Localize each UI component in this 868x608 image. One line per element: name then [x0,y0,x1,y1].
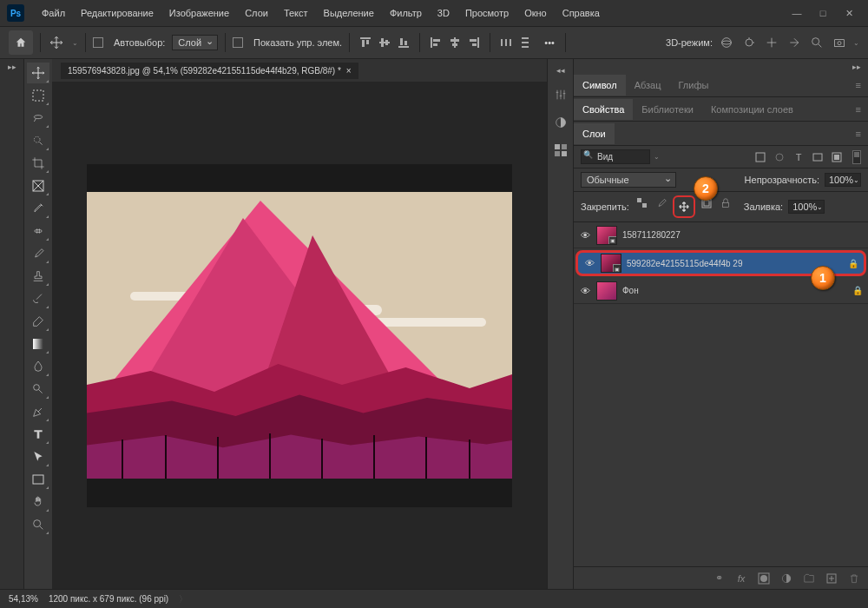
delete-layer-icon[interactable] [847,572,861,585]
color-icon[interactable] [553,115,569,130]
lock-icon[interactable]: 🔒 [852,286,863,295]
healing-tool[interactable] [27,221,49,241]
align-right-icon[interactable] [465,34,483,51]
quick-select-tool[interactable] [27,130,49,151]
lasso-tool[interactable] [27,108,49,129]
menu-edit[interactable]: Редактирование [74,4,161,22]
dodge-tool[interactable] [27,379,49,400]
3d-camera-icon[interactable] [831,34,848,51]
panel-menu-icon[interactable]: ≡ [849,129,868,139]
align-left-icon[interactable] [427,34,444,51]
menu-filter[interactable]: Фильтр [383,4,429,22]
fill-field[interactable]: 100%⌄ [788,200,825,214]
lock-all-icon[interactable] [718,195,733,211]
menu-help[interactable]: Справка [556,4,607,22]
expand-right-icon[interactable]: ◂◂ [556,66,565,75]
align-top-icon[interactable] [357,34,374,51]
filter-pixel-icon[interactable] [753,150,767,164]
align-hcenter-icon[interactable] [446,34,464,51]
layer-name[interactable]: 158711280227 [622,230,863,240]
zoom-level[interactable]: 54,13% [9,594,38,604]
menu-select[interactable]: Выделение [317,4,381,22]
layer-thumbnail[interactable] [596,281,617,301]
menu-image[interactable]: Изображение [162,4,236,22]
brush-tool[interactable] [27,243,49,264]
expand-left-icon[interactable]: ▸▸ [8,63,16,71]
filter-shape-icon[interactable] [811,150,825,164]
filter-adjust-icon[interactable] [773,150,786,164]
pen-tool[interactable] [27,401,49,422]
adjustments-icon[interactable] [553,87,569,102]
layer-thumbnail[interactable]: ▣ [601,254,621,273]
lock-transparency-icon[interactable] [635,195,650,211]
marquee-tool[interactable] [27,85,49,106]
close-button[interactable]: ✕ [844,8,854,18]
filter-type-icon[interactable]: T [792,150,806,164]
document-tab[interactable]: 159576943828.jpg @ 54,1% (599282e4215511… [61,63,358,79]
filter-smart-icon[interactable] [830,150,844,164]
lock-pixels-icon[interactable] [654,195,669,211]
align-bottom-icon[interactable] [395,34,412,51]
type-tool[interactable] [27,424,49,445]
3d-zoom-icon[interactable] [808,34,825,51]
layer-mask-icon[interactable] [757,572,771,585]
layer-row[interactable]: 👁 ▣ 158711280227 [574,222,868,248]
tab-layer-comps[interactable]: Композиции слоев [702,99,802,120]
more-align-icon[interactable]: ••• [541,34,558,51]
align-vcenter-icon[interactable] [376,34,393,51]
swatches-icon[interactable] [553,142,569,158]
zoom-tool[interactable] [27,514,49,535]
group-layers-icon[interactable] [802,572,816,585]
distribute-h-icon[interactable] [497,34,515,51]
rectangle-tool[interactable] [27,469,49,490]
canvas-viewport[interactable] [52,82,547,589]
tab-properties[interactable]: Свойства [574,99,633,120]
layer-name[interactable]: Фон [622,286,847,295]
home-button[interactable] [9,30,33,55]
adjustment-layer-icon[interactable] [779,572,793,585]
menu-file[interactable]: Файл [35,4,72,22]
eyedropper-tool[interactable] [27,198,49,219]
panel-menu-icon[interactable]: ≡ [849,104,868,115]
lock-icon[interactable]: 🔒 [848,259,858,268]
visibility-icon[interactable]: 👁 [583,258,595,268]
visibility-icon[interactable]: 👁 [579,286,591,296]
tab-symbol[interactable]: Символ [574,75,626,96]
3d-orbit-icon[interactable] [718,34,735,51]
doc-info[interactable]: 1200 пикс. x 679 пикс. (96 ppi) [49,594,168,604]
menu-layers[interactable]: Слои [238,4,275,22]
show-controls-checkbox[interactable] [233,37,243,48]
hand-tool[interactable] [27,492,49,512]
path-select-tool[interactable] [27,446,49,467]
minimize-button[interactable]: — [792,8,802,18]
panel-menu-icon[interactable]: ≡ [849,80,868,90]
menu-view[interactable]: Просмотр [458,4,516,22]
new-layer-icon[interactable] [825,572,838,585]
filter-toggle[interactable] [852,150,861,164]
blur-tool[interactable] [27,356,49,377]
layer-fx-icon[interactable]: fx [734,572,748,585]
blend-mode-dropdown[interactable]: Обычные [581,172,676,188]
frame-tool[interactable] [27,175,49,196]
distribute-v-icon[interactable] [516,34,534,51]
close-tab-icon[interactable]: × [346,66,352,76]
layer-filter-input[interactable] [581,149,650,164]
tab-layers[interactable]: Слои [574,123,615,144]
maximize-button[interactable]: □ [818,8,828,18]
lock-position-icon[interactable] [676,199,692,215]
layer-thumbnail[interactable]: ▣ [596,226,617,245]
status-chevron-icon[interactable]: 〉 [179,593,187,605]
gradient-tool[interactable] [27,334,49,354]
autoselect-checkbox[interactable] [93,37,103,48]
history-brush-tool[interactable] [27,288,49,309]
menu-text[interactable]: Текст [277,4,315,22]
menu-3d[interactable]: 3D [431,4,457,22]
crop-tool[interactable] [27,153,49,174]
tab-libraries[interactable]: Библиотеки [633,99,702,120]
opacity-field[interactable]: 100%⌄ [825,173,861,187]
3d-slide-icon[interactable] [786,34,803,51]
layer-name[interactable]: 599282e42155115de44f4b 29 [627,259,843,268]
canvas[interactable] [87,164,512,507]
3d-pan-icon[interactable] [763,34,780,51]
collapse-panels-icon[interactable]: ▸▸ [852,63,861,71]
